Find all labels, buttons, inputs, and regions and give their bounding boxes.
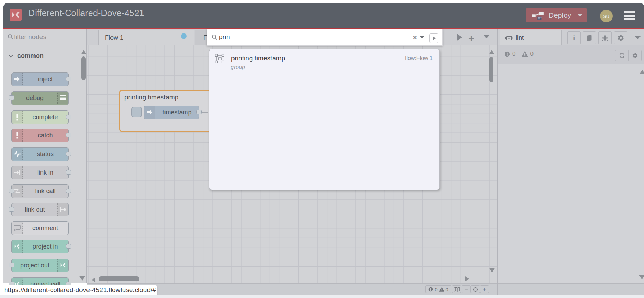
search-clear-icon[interactable]: ✕ [413,35,417,41]
node-input-port [9,95,14,100]
zoom-out-button[interactable]: − [462,285,471,293]
group-icon [215,54,224,63]
node-output-port [66,244,71,249]
deploy-label: Deploy [549,11,571,20]
add-flow-button[interactable]: + [468,32,475,44]
palette-node-complete[interactable]: complete [12,110,69,124]
tab-flow-1[interactable]: Flow 1 [98,30,194,45]
palette-node-link-call[interactable]: link call [12,184,69,198]
node-input-port [9,189,14,193]
palette-node-project-out[interactable]: project out [12,259,69,272]
lint-icon [505,34,514,42]
tabstrip-divider [454,29,454,45]
main-menu-button[interactable] [624,11,635,22]
palette-filter[interactable]: filter nodes [3,29,86,45]
settings-tab-button[interactable] [614,31,627,44]
palette-node-label: catch [12,132,68,139]
canvas-issues-badge[interactable]: 0 0 [426,285,451,293]
palette-node-status[interactable]: status [12,147,69,161]
instance-title: Different-Collared-Dove-4521 [29,8,144,18]
browser-url-tooltip: https://different-collared-dove-4521.flo… [0,285,158,295]
palette-node-label: comment [12,224,68,232]
lint-header: 0 0 [498,45,644,64]
node-output-port [66,77,71,81]
palette-node-inject[interactable]: inject [12,72,69,86]
gear-icon [617,34,624,41]
search-next-button[interactable] [429,33,438,43]
chevron-down-icon [9,53,13,58]
zoom-in-button[interactable]: + [480,285,489,293]
canvas-scroll-up[interactable] [489,50,495,54]
tab-scroll-right-icon[interactable] [457,33,462,41]
canvas-scroll-right[interactable] [465,276,469,281]
warning-icon [439,287,444,292]
palette-node-label: project out [12,262,68,269]
search-icon [8,34,14,40]
sidebar-footer [498,283,644,295]
canvas-scroll-down[interactable] [489,268,495,273]
palette-node-label: debug [12,94,68,102]
canvas-scrollbar-h[interactable] [99,276,139,281]
node-output-port [66,152,71,156]
lint-settings-button[interactable] [628,50,641,61]
flowfuse-logo-icon[interactable] [10,9,22,21]
lint-tab-label: lint [516,34,524,41]
palette-node-label: link in [12,169,68,176]
palette-node-comment[interactable]: comment [12,221,69,235]
search-dialog[interactable]: prin ✕ [207,29,443,46]
info-tab-button[interactable]: i [567,31,581,44]
palette-category-common[interactable]: common [3,47,86,64]
sidebar-menu-caret-icon[interactable] [635,36,641,39]
canvas-scrollbar-v[interactable] [489,57,493,82]
palette-node-debug[interactable]: debug [12,91,69,105]
user-avatar[interactable]: su [600,10,613,22]
palette-node-project-in[interactable]: project in [12,240,69,253]
palette-node-label: project in [12,243,68,250]
palette-scroll-up[interactable] [81,50,86,54]
book-icon [586,35,593,41]
bug-icon [601,35,608,41]
inject-icon [144,106,155,119]
palette-scroll-down[interactable] [79,276,85,281]
deploy-options-caret-icon[interactable] [577,14,582,17]
node-output-port [66,189,71,193]
lint-refresh-button[interactable] [615,50,628,61]
node-output-port [66,170,71,175]
palette-node-link-out[interactable]: link out [12,203,69,216]
palette-scrollbar-thumb[interactable] [81,56,86,80]
inject-node[interactable]: timestamp [144,106,199,119]
search-input[interactable]: prin [219,33,230,41]
inject-node-button[interactable] [131,107,142,117]
sidebar-scroll-up[interactable] [640,70,644,74]
flow-list-caret-icon[interactable] [484,35,489,38]
unsaved-changes-dot [181,33,187,39]
search-options-caret-icon[interactable] [420,36,424,39]
navigator-button[interactable] [452,285,461,293]
palette-node-label: complete [12,114,68,121]
search-icon [212,34,218,40]
lint-warning-count: 0 [530,51,533,58]
debug-tab-button[interactable] [598,31,612,44]
node-output-port[interactable] [196,110,202,114]
warning-icon [522,51,528,57]
node-input-port [9,263,14,267]
result-type: group [231,64,245,70]
canvas-error-count: 0 [435,286,437,292]
canvas-scroll-left[interactable] [92,277,95,282]
zoom-reset-button[interactable] [471,285,480,293]
lint-error-count: 0 [512,51,515,58]
sidebar-scroll-down[interactable] [639,275,644,280]
node-palette: filter nodes common inject debug complet… [3,29,87,283]
sidebar-tab-lint[interactable]: lint [500,30,562,45]
help-tab-button[interactable] [583,31,596,44]
palette-node-link-in[interactable]: link in [12,166,69,179]
result-title: printing timestamp [231,54,285,62]
zoom-reset-icon [473,287,478,292]
palette-node-label: link out [12,206,68,213]
palette-node-label: inject [12,76,68,83]
error-icon [504,51,510,57]
gear-icon [632,53,638,59]
search-result-item[interactable]: printing timestamp group flow:Flow 1 [209,49,439,74]
deploy-button[interactable]: Deploy [526,8,587,22]
palette-node-catch[interactable]: catch [12,129,69,142]
